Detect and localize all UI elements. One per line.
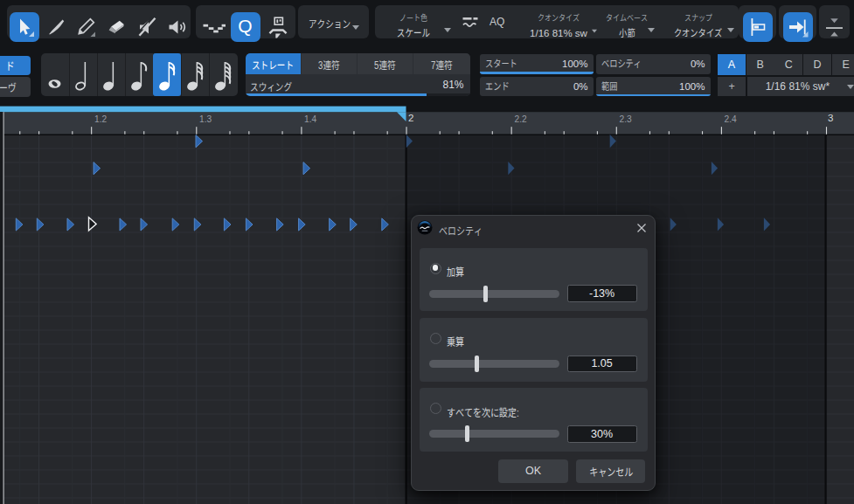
ruler-tick bbox=[702, 131, 703, 135]
thirtysecond-note-button[interactable] bbox=[181, 53, 209, 96]
humanize-button[interactable] bbox=[263, 12, 293, 42]
swing-line bbox=[754, 135, 755, 504]
timebase-dropdown[interactable]: タイムベース 小節 bbox=[594, 5, 660, 38]
note-color-dropdown[interactable]: ノート色 スケール bbox=[375, 5, 452, 38]
lane-separator bbox=[4, 302, 406, 303]
timebase-caret-icon bbox=[648, 28, 655, 32]
value-box-2[interactable]: 30% bbox=[567, 425, 637, 443]
ruler-tick bbox=[38, 131, 39, 135]
feel-tab-1[interactable]: 3連符 bbox=[302, 53, 357, 74]
value-box-1[interactable]: 1.05 bbox=[567, 356, 637, 373]
beat-line bbox=[721, 135, 722, 504]
feel-tab-label: 3連符 bbox=[318, 57, 340, 72]
eighth-note-button[interactable] bbox=[125, 53, 153, 96]
lane-separator bbox=[826, 218, 854, 219]
radio-0[interactable] bbox=[430, 263, 441, 274]
sixteenth-note-button[interactable] bbox=[153, 53, 181, 96]
action-menu-button[interactable]: アクション bbox=[298, 5, 369, 38]
split-tool-button[interactable] bbox=[40, 12, 70, 42]
dialog-section-0: 加算 -13% bbox=[420, 248, 648, 312]
velocity-field[interactable]: ベロシティ 0% bbox=[596, 54, 711, 74]
dialog-section-2: すべてを次に設定: 30% bbox=[420, 388, 648, 452]
eighth-line bbox=[38, 135, 39, 504]
ruler-beat-label: 1.3 bbox=[199, 114, 212, 124]
ok-button-label: OK bbox=[525, 465, 541, 477]
radio-1[interactable] bbox=[430, 333, 441, 344]
note-color-caret-icon[interactable] bbox=[444, 28, 451, 32]
velocity-pattern-button[interactable] bbox=[198, 12, 228, 42]
groove-icon-button[interactable] bbox=[459, 10, 482, 33]
quantize-button[interactable]: Q bbox=[231, 12, 260, 42]
range-field[interactable]: 範囲 100% bbox=[596, 77, 711, 97]
lane-separator bbox=[4, 386, 406, 387]
half-note-button[interactable] bbox=[69, 53, 97, 96]
snap-dropdown[interactable]: スナップ クオンタイズ bbox=[663, 5, 732, 38]
feel-tab-3[interactable]: 7連符 bbox=[413, 53, 469, 74]
value-box-0[interactable]: -13% bbox=[567, 285, 637, 302]
note-color-label: ノート色 bbox=[399, 10, 427, 24]
field-label: スタート bbox=[485, 57, 517, 71]
left-tab-grid[interactable]: ド bbox=[0, 56, 31, 76]
slider-handle-2[interactable] bbox=[465, 425, 469, 442]
field-value: 0% bbox=[691, 59, 705, 69]
mute-tool-button[interactable] bbox=[132, 12, 162, 42]
radio-label-0: 加算 bbox=[447, 263, 464, 280]
feel-tab-0[interactable]: ストレート bbox=[246, 53, 301, 74]
end-field[interactable]: エンド 0% bbox=[480, 77, 594, 97]
slider-track-2[interactable] bbox=[429, 430, 560, 438]
lane-separator bbox=[826, 386, 854, 387]
cancel-button[interactable]: キャンセル bbox=[576, 459, 645, 483]
dialog-close-icon[interactable] bbox=[636, 223, 647, 233]
start-field[interactable]: スタート 100% bbox=[480, 54, 594, 74]
left-tab-groove[interactable]: ーヴ bbox=[0, 77, 31, 97]
ruler-tick bbox=[564, 131, 565, 135]
lane-separator bbox=[4, 190, 406, 191]
quarter-note-button[interactable] bbox=[97, 53, 125, 96]
whole-note-button[interactable] bbox=[41, 53, 69, 96]
bank-tab-D[interactable]: D bbox=[803, 54, 831, 75]
bank-tab-E[interactable]: E bbox=[832, 54, 854, 75]
bank-tab-C[interactable]: C bbox=[774, 54, 802, 75]
humanize-stamp-icon bbox=[266, 15, 290, 39]
quantize-value-dropdown[interactable]: クオンタイズ 1/16 81% sw bbox=[515, 5, 602, 38]
bank-tab-A[interactable]: A bbox=[718, 54, 746, 75]
paint-tool-button[interactable] bbox=[71, 12, 101, 42]
snap-start-icon bbox=[747, 17, 768, 38]
eraser-icon bbox=[105, 16, 128, 38]
ruler-tick bbox=[807, 131, 808, 135]
nudge-spinner[interactable] bbox=[819, 5, 850, 38]
slider-handle-0[interactable] bbox=[483, 286, 488, 302]
snap-start-button[interactable] bbox=[743, 12, 773, 42]
timebase-label: タイムベース bbox=[606, 10, 648, 24]
lane-separator bbox=[826, 190, 854, 191]
listen-tool-button[interactable] bbox=[163, 12, 192, 42]
lane-separator bbox=[4, 246, 406, 247]
radio-2[interactable] bbox=[430, 403, 441, 414]
feel-tab-2[interactable]: 5連符 bbox=[358, 53, 413, 74]
lane-separator bbox=[826, 232, 854, 233]
preset-value: 1/16 81% sw* bbox=[766, 80, 830, 93]
bank-tab-B[interactable]: B bbox=[746, 54, 774, 75]
lane-separator bbox=[4, 400, 406, 401]
swing-slider[interactable]: スウィング 81% bbox=[246, 74, 470, 96]
settings-group: ノート色 スケール AQ クオンタイズ 1/16 81% sw タイムベース 小… bbox=[375, 5, 739, 38]
snap-end-button[interactable] bbox=[783, 12, 813, 42]
ruler-tick bbox=[387, 131, 388, 135]
lane-separator bbox=[4, 498, 406, 499]
arrow-tool-button[interactable] bbox=[10, 12, 39, 42]
feel-tab-label: 7連符 bbox=[431, 57, 453, 72]
tools-group bbox=[7, 5, 191, 38]
aq-toggle[interactable]: AQ bbox=[489, 16, 504, 28]
ok-button[interactable]: OK bbox=[498, 459, 567, 483]
eraser-tool-button[interactable] bbox=[101, 12, 131, 42]
swing-line bbox=[19, 135, 20, 504]
slider-track-1[interactable] bbox=[429, 360, 560, 368]
add-bank-button[interactable]: + bbox=[718, 77, 746, 97]
preset-dropdown[interactable]: 1/16 81% sw* bbox=[747, 77, 854, 97]
nudge-spinner-icon bbox=[819, 5, 850, 38]
loop-range-bar bbox=[0, 107, 406, 113]
slider-track-0[interactable] bbox=[429, 290, 560, 298]
lane-separator bbox=[826, 274, 854, 275]
slider-handle-1[interactable] bbox=[475, 356, 479, 372]
sixtyfourth-note-button[interactable] bbox=[209, 53, 237, 96]
